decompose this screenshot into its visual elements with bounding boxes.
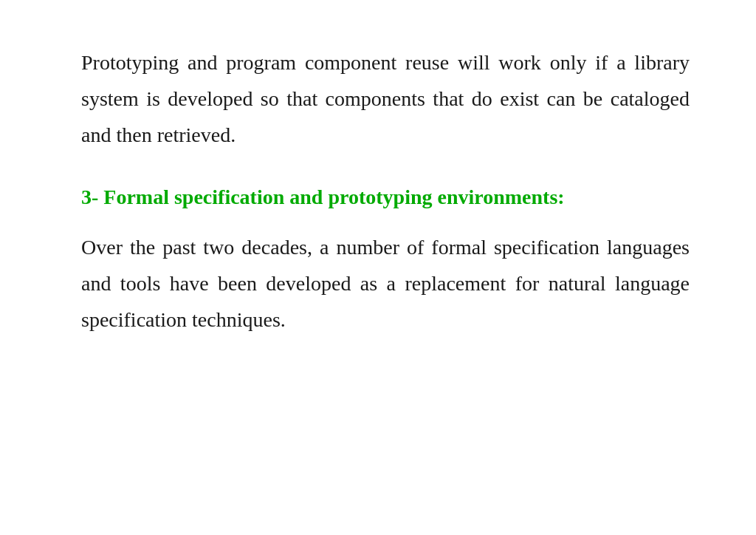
body-paragraph: Over the past two decades, a number of f… [81, 229, 690, 338]
intro-paragraph: Prototyping and program component reuse … [81, 44, 690, 153]
section-heading: 3- Formal specification and prototyping … [81, 183, 690, 211]
slide-container: Prototyping and program component reuse … [0, 0, 756, 535]
